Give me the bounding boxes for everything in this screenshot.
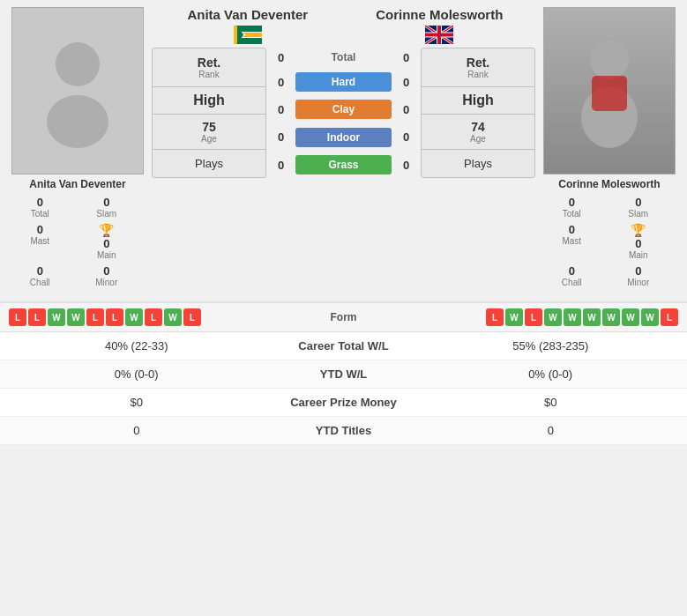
left-mast-value: 0 — [9, 223, 71, 236]
left-minor-cell: 0 Minor — [74, 263, 140, 289]
grass-surface-pill: Grass — [295, 155, 392, 174]
hard-surface-pill: Hard — [295, 72, 392, 92]
form-badge-l: L — [525, 308, 542, 326]
svg-point-22 — [590, 41, 629, 79]
stats-center-2: Career Prize Money — [265, 396, 423, 409]
stats-row-3: 0YTD Titles0 — [0, 417, 687, 445]
stats-row-1: 0% (0-0)YTD W/L0% (0-0) — [0, 360, 687, 389]
right-player-silhouette — [574, 33, 645, 148]
svg-point-0 — [56, 42, 100, 86]
left-high-label: High — [156, 93, 262, 108]
indoor-surface-pill: Indoor — [295, 128, 392, 147]
right-high-label: High — [425, 93, 531, 108]
form-badge-l: L — [486, 308, 504, 326]
center-info: Anita Van Deventer — [152, 7, 535, 289]
stats-row-2: $0Career Prize Money$0 — [0, 389, 687, 417]
clay-surface-pill: Clay — [295, 100, 392, 119]
left-rank-sublabel: Rank — [198, 70, 219, 79]
right-chall-value: 0 — [541, 264, 603, 278]
left-plays-row: Plays — [153, 150, 265, 177]
right-chall-cell: 0 Chall — [539, 263, 605, 289]
left-flag-icon — [234, 26, 262, 44]
left-slam-cell: 0 Slam — [74, 194, 140, 220]
left-mast-label: Mast — [9, 236, 71, 246]
grass-right-score: 0 — [395, 159, 417, 172]
left-name-text: Anita Van Deventer — [152, 7, 344, 22]
form-badge-w: W — [564, 308, 581, 326]
left-total-cell: 0 Total — [7, 194, 73, 220]
stats-center-0: Career Total W/L — [265, 339, 423, 353]
right-trophy-icon: 🏆 — [631, 223, 646, 237]
right-age-row: 74 Age — [422, 115, 534, 150]
top-section: Anita Van Deventer 0 Total 0 Slam 0 Mast… — [0, 0, 687, 296]
left-player-stats: 0 Total 0 Slam 0 Mast 🏆 0 Main — [7, 194, 139, 289]
right-rank-sublabel: Rank — [467, 70, 488, 79]
right-main-value: 0 — [635, 237, 641, 250]
left-form-badges: LLWWLLWLWL — [9, 308, 291, 326]
left-total-label: Total — [9, 209, 71, 219]
form-badge-l: L — [106, 308, 123, 326]
form-row: LLWWLLWLWL Form LWLWWWWWWL — [0, 303, 687, 332]
left-main-cell: 🏆 0 Main — [74, 221, 140, 262]
right-age-label: Age — [470, 134, 486, 144]
right-mast-value: 0 — [541, 223, 603, 236]
grass-left-score: 0 — [270, 159, 292, 172]
indoor-score-row: 0 Indoor 0 — [270, 128, 417, 147]
total-left-score: 0 — [270, 51, 292, 64]
right-form-badges: LWLWWWWWWL — [397, 308, 679, 326]
stats-right-3: 0 — [423, 424, 679, 437]
left-player-name: Anita Van Deventer — [7, 178, 148, 190]
right-plays-row: Plays — [422, 150, 534, 177]
indoor-right-score: 0 — [395, 130, 417, 144]
right-total-value: 0 — [541, 196, 603, 209]
svg-rect-24 — [592, 76, 627, 111]
right-main-label: Main — [629, 250, 648, 260]
bottom-section: LLWWLLWLWL Form LWLWWWWWWL 40% (22-33)Ca… — [0, 301, 687, 445]
form-badge-l: L — [9, 308, 26, 326]
stats-right-1: 0% (0-0) — [423, 367, 679, 381]
form-badge-l: L — [86, 308, 104, 326]
right-minor-cell: 0 Minor — [606, 263, 672, 289]
right-age-value: 74 — [471, 120, 485, 134]
left-slam-value: 0 — [76, 196, 138, 209]
left-rank-value: Ret. — [198, 56, 220, 70]
right-total-label: Total — [541, 209, 603, 219]
left-trophy-icon: 🏆 — [99, 223, 114, 237]
form-badge-w: W — [164, 308, 182, 326]
right-chall-label: Chall — [541, 278, 603, 287]
middle-scores-col: 0 Total 0 0 Hard 0 0 Clay 0 — [270, 48, 417, 178]
stats-left-1: 0% (0-0) — [9, 367, 265, 381]
left-high-row: High — [153, 87, 265, 115]
left-chall-label: Chall — [9, 278, 71, 287]
form-badge-l: L — [145, 308, 162, 326]
left-age-value: 75 — [202, 120, 216, 134]
right-plays-label: Plays — [425, 157, 531, 170]
right-player-name: Corinne Molesworth — [539, 178, 680, 190]
right-minor-value: 0 — [608, 264, 670, 278]
right-slam-label: Slam — [608, 209, 670, 219]
form-badge-w: W — [641, 308, 659, 326]
right-rank-value: Ret. — [467, 56, 489, 70]
right-player-photo — [543, 7, 676, 174]
right-player-stats: 0 Total 0 Slam 0 Mast 🏆 0 Main — [539, 194, 671, 289]
form-badge-l: L — [28, 308, 46, 326]
left-age-row: 75 Age — [153, 115, 265, 150]
stats-right-0: 55% (283-235) — [423, 339, 679, 353]
right-name-header: Corinne Molesworth — [344, 7, 536, 44]
clay-right-score: 0 — [395, 103, 417, 116]
right-mast-label: Mast — [541, 236, 603, 246]
left-slam-label: Slam — [76, 209, 138, 219]
right-rank-row: Ret. Rank — [422, 48, 534, 87]
left-main-value: 0 — [103, 237, 109, 250]
stats-left-0: 40% (22-33) — [9, 339, 265, 353]
right-player-card: Corinne Molesworth 0 Total 0 Slam 0 Mast… — [539, 7, 680, 289]
grass-score-row: 0 Grass 0 — [270, 155, 417, 174]
form-label: Form — [291, 311, 397, 323]
left-main-label: Main — [97, 250, 116, 260]
stats-left-2: $0 — [9, 396, 265, 409]
left-plays-label: Plays — [156, 157, 262, 170]
svg-rect-21 — [425, 33, 453, 37]
form-badge-w: W — [125, 308, 143, 326]
total-label: Total — [295, 51, 392, 63]
svg-point-1 — [47, 95, 108, 148]
